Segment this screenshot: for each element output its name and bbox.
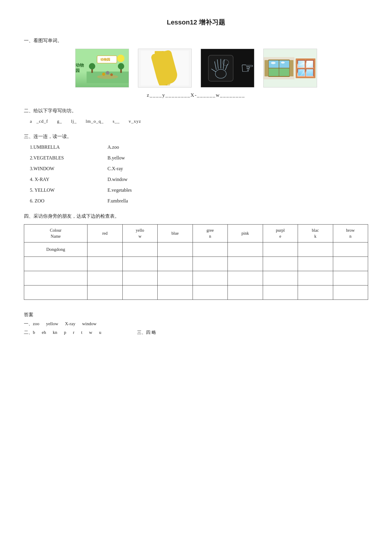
row4-purple bbox=[263, 285, 298, 300]
match-left-2: 2.VEGETABLES bbox=[30, 155, 107, 161]
dongdong-purple bbox=[263, 242, 298, 257]
color-pink-header: pink bbox=[228, 225, 263, 242]
svg-rect-33 bbox=[269, 68, 279, 76]
row4-green bbox=[193, 285, 227, 300]
row3-black bbox=[298, 271, 333, 285]
row2-brown bbox=[333, 257, 368, 271]
row4-red bbox=[87, 285, 122, 300]
section-2: 二、给以下字母写街坊。 a _cd_f g_ lj_ lm_o_q_ s__ v… bbox=[24, 108, 368, 124]
image-yellow-scarf bbox=[138, 49, 192, 87]
dongdong-black bbox=[298, 242, 333, 257]
row4-blue bbox=[158, 285, 193, 300]
row3-purple bbox=[263, 271, 298, 285]
match-table: 1.UMBRELLA A.zoo 2.VEGETABLES B.yellow 3… bbox=[30, 145, 374, 204]
svg-point-32 bbox=[281, 62, 285, 63]
match-row-6: 6. ZOO F.umbrella bbox=[30, 198, 374, 204]
dongdong-red bbox=[87, 242, 122, 257]
color-yellow-header: yellow bbox=[122, 225, 157, 242]
svg-point-9 bbox=[118, 63, 124, 69]
answer-2-content: 二、b eh kn p r t w u bbox=[24, 330, 101, 335]
answer-title: 答案 bbox=[24, 312, 368, 318]
name-4 bbox=[24, 285, 87, 300]
row2-purple bbox=[263, 257, 298, 271]
match-left-1: 1.UMBRELLA bbox=[30, 145, 107, 150]
svg-rect-35 bbox=[265, 60, 268, 76]
svg-rect-36 bbox=[289, 60, 293, 76]
match-row-4: 4. X-RAY D.window bbox=[30, 177, 374, 182]
table-row-dongdong: Dongdong bbox=[24, 242, 368, 257]
match-left-6: 6. ZOO bbox=[30, 198, 107, 204]
match-row-3: 3.WINDOW C.X-ray bbox=[30, 166, 374, 171]
section-1-answer-line: z____y________X-______w________ bbox=[24, 92, 368, 98]
answer-line-2: 二、b eh kn p r t w u 三、四 略 bbox=[24, 330, 368, 335]
table-row-4 bbox=[24, 285, 368, 300]
match-right-4: D.window bbox=[107, 177, 127, 182]
row2-pink bbox=[228, 257, 263, 271]
svg-point-2 bbox=[117, 55, 124, 62]
row4-pink bbox=[228, 285, 263, 300]
match-row-1: 1.UMBRELLA A.zoo bbox=[30, 145, 374, 150]
answer-section: 答案 一、zoo yellow X-ray window 二、b eh kn p… bbox=[24, 312, 368, 335]
row2-black bbox=[298, 257, 333, 271]
section-2-label: 二、给以下字母写街坊。 bbox=[24, 108, 368, 114]
dongdong-green bbox=[193, 242, 227, 257]
survey-table: ColourName red yellow blue green pink pu… bbox=[24, 224, 368, 300]
match-right-5: E.vegetables bbox=[107, 188, 132, 193]
row2-blue bbox=[158, 257, 193, 271]
alpha-item-6: v_xyz bbox=[129, 119, 141, 124]
match-row-5: 5. YELLOW E.vegetables bbox=[30, 188, 374, 193]
row3-yellow bbox=[122, 271, 157, 285]
color-blue-header: blue bbox=[158, 225, 193, 242]
color-black-header: black bbox=[298, 225, 333, 242]
color-green-header: green bbox=[193, 225, 227, 242]
title-lesson: Lesson12 bbox=[167, 19, 197, 26]
alpha-item-1: a _cd_f bbox=[30, 119, 48, 124]
match-right-6: F.umbrella bbox=[107, 198, 128, 204]
row4-yellow bbox=[122, 285, 157, 300]
name-2 bbox=[24, 257, 87, 271]
svg-point-10 bbox=[102, 73, 105, 76]
dongdong-yellow bbox=[122, 242, 157, 257]
row3-green bbox=[193, 271, 227, 285]
row2-red bbox=[87, 257, 122, 271]
match-right-3: C.X-ray bbox=[107, 166, 123, 171]
answer-1-label: 一、zoo yellow X-ray window bbox=[24, 321, 96, 327]
match-right-2: B.yellow bbox=[107, 155, 125, 161]
svg-rect-29 bbox=[269, 60, 279, 67]
images-row: 动物园 bbox=[24, 49, 368, 87]
svg-rect-34 bbox=[279, 68, 289, 76]
table-row-3 bbox=[24, 271, 368, 285]
colour-name-header: ColourName bbox=[24, 225, 87, 242]
dongdong-brown bbox=[333, 242, 368, 257]
svg-text:动物园: 动物园 bbox=[100, 57, 110, 61]
row4-black bbox=[298, 285, 333, 300]
alphabet-row: a _cd_f g_ lj_ lm_o_q_ s__ v_xyz bbox=[30, 119, 368, 124]
section-4-label: 四、采访你身旁的朋友，达成下边的检查表。 bbox=[24, 213, 368, 219]
row3-blue bbox=[158, 271, 193, 285]
row2-yellow bbox=[122, 257, 157, 271]
color-purple-header: purple bbox=[263, 225, 298, 242]
section-1-label: 一、看图写单词。 bbox=[24, 38, 368, 44]
match-left-4: 4. X-RAY bbox=[30, 177, 107, 182]
match-left-5: 5. YELLOW bbox=[30, 188, 107, 193]
image-zoo: 动物园 bbox=[75, 49, 129, 87]
section-4: 四、采访你身旁的朋友，达成下边的检查表。 ColourName red yell… bbox=[24, 213, 368, 300]
image-xray bbox=[201, 49, 254, 87]
color-brown-header: brown bbox=[333, 225, 368, 242]
image-window bbox=[263, 49, 317, 87]
page-title: Lesson12 增补习题 bbox=[24, 18, 368, 27]
table-header-row: ColourName red yellow blue green pink pu… bbox=[24, 225, 368, 242]
row4-brown bbox=[333, 285, 368, 300]
dongdong-blue bbox=[158, 242, 193, 257]
alpha-item-4: lm_o_q_ bbox=[86, 119, 104, 124]
name-dongdong: Dongdong bbox=[24, 242, 87, 257]
svg-point-7 bbox=[89, 63, 95, 69]
table-row-2 bbox=[24, 257, 368, 271]
section-1: 一、看图写单词。 动物园 bbox=[24, 38, 368, 98]
row3-red bbox=[87, 271, 122, 285]
match-row-2: 2.VEGETABLES B.yellow bbox=[30, 155, 374, 161]
row3-brown bbox=[333, 271, 368, 285]
svg-rect-13 bbox=[141, 51, 189, 85]
dongdong-pink bbox=[228, 242, 263, 257]
section-3: 三、连一连，读一读。 1.UMBRELLA A.zoo 2.VEGETABLES… bbox=[24, 133, 368, 204]
